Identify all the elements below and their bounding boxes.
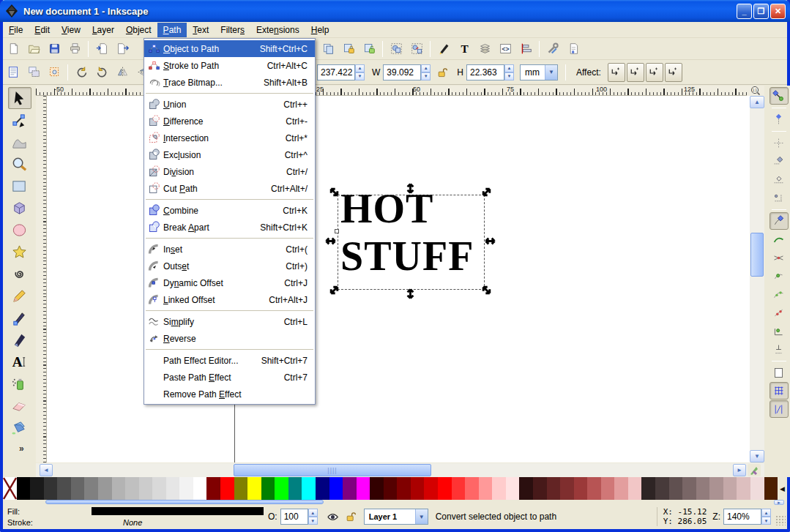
export-button[interactable] bbox=[113, 40, 132, 59]
tool-zoom[interactable] bbox=[8, 153, 31, 175]
preferences-button[interactable] bbox=[543, 40, 562, 59]
import-button[interactable] bbox=[92, 40, 111, 59]
swatch-800000[interactable] bbox=[397, 477, 411, 500]
swatch-000000[interactable] bbox=[17, 477, 31, 500]
menu-view[interactable]: View bbox=[56, 23, 86, 37]
snap-enable-button[interactable] bbox=[769, 87, 789, 105]
menu-item-outset[interactable]: OutsetCtrl+) bbox=[144, 258, 315, 274]
palette-scroll-right-button[interactable]: ► bbox=[774, 500, 784, 505]
snap-bbox-edge-midpoints-button[interactable] bbox=[769, 171, 789, 188]
vertical-ruler[interactable] bbox=[36, 96, 47, 462]
swatch-808000[interactable] bbox=[234, 477, 248, 500]
menu-item-exclusion[interactable]: ExclusionCtrl+^ bbox=[144, 146, 315, 163]
tool-star[interactable] bbox=[8, 241, 31, 263]
h-field[interactable]: 22.363 ▲▼ bbox=[466, 64, 514, 80]
swatch-ff00ff[interactable] bbox=[357, 477, 370, 500]
swatch-008080[interactable] bbox=[288, 477, 302, 500]
selection-handle-nw-arrow-icon[interactable] bbox=[328, 186, 340, 198]
swatch-b75454[interactable] bbox=[587, 477, 601, 500]
swatch-f2c6c6[interactable] bbox=[628, 477, 642, 500]
menu-item-difference[interactable]: DifferenceCtrl+- bbox=[144, 113, 315, 130]
menu-layer[interactable]: Layer bbox=[86, 23, 120, 37]
tool-spray[interactable] bbox=[8, 372, 31, 394]
swatch-473a3a[interactable] bbox=[655, 477, 669, 500]
selection-handle-e-arrow-icon[interactable] bbox=[484, 235, 496, 247]
zoom-spinner[interactable]: ▲▼ bbox=[761, 509, 771, 525]
unlink-clone-button[interactable] bbox=[359, 40, 379, 59]
swatch-927c7c[interactable] bbox=[696, 477, 710, 500]
unit-dropdown[interactable]: mm ▼ bbox=[520, 64, 558, 80]
menu-item-object-to-path[interactable]: Object to PathShift+Ctrl+C bbox=[144, 40, 315, 57]
zoom-field[interactable]: 140% ▲▼ bbox=[723, 509, 771, 525]
swatch-7f2e2e[interactable] bbox=[560, 477, 574, 500]
toolbox-overflow-chevron[interactable]: » bbox=[19, 443, 24, 454]
palette-scrollbar-thumb[interactable] bbox=[45, 500, 324, 504]
swatch-f2f2f2[interactable] bbox=[179, 477, 193, 500]
snap-grid-button[interactable] bbox=[769, 382, 789, 400]
swatch-ffe3e3[interactable] bbox=[506, 477, 520, 500]
titlebar[interactable]: New document 1 - Inkscape _ ❐ ✕ bbox=[0, 0, 790, 22]
menu-item-paste-path-effect[interactable]: Paste Path EffectCtrl+7 bbox=[144, 369, 315, 386]
lock-ratio-icon[interactable] bbox=[436, 67, 448, 78]
menu-item-dynamic-offset[interactable]: Dynamic OffsetCtrl+J bbox=[144, 274, 315, 291]
swatch-00ffff[interactable] bbox=[302, 477, 316, 500]
swatch-c4a8a8[interactable] bbox=[723, 477, 737, 500]
menu-extensions[interactable]: Extensions bbox=[250, 23, 305, 37]
swatch-d07777[interactable] bbox=[601, 477, 615, 500]
selection-handle-w-arrow-icon[interactable] bbox=[324, 235, 337, 247]
swatch-f0dcdc[interactable] bbox=[750, 477, 764, 500]
save-button[interactable] bbox=[45, 40, 64, 59]
menu-item-inset[interactable]: InsetCtrl+( bbox=[144, 241, 315, 258]
swatch-ffcccc[interactable] bbox=[492, 477, 506, 500]
swatch-008000[interactable] bbox=[261, 477, 275, 500]
tool-spiral[interactable] bbox=[8, 263, 31, 285]
menu-help[interactable]: Help bbox=[305, 23, 335, 37]
fill-stroke-dialog-button[interactable] bbox=[434, 40, 453, 59]
swatch-cccccc[interactable] bbox=[139, 477, 153, 500]
menu-text[interactable]: Text bbox=[187, 23, 215, 37]
swatch-632424[interactable] bbox=[547, 477, 561, 500]
affect-skew-button[interactable] bbox=[665, 63, 682, 82]
swatch-4d4d4d[interactable] bbox=[57, 477, 71, 500]
swatch-e39e9e[interactable] bbox=[614, 477, 628, 500]
swatch-666666[interactable] bbox=[71, 477, 85, 500]
snap-bbox-button[interactable] bbox=[769, 110, 789, 128]
swatch-999999[interactable] bbox=[98, 477, 112, 500]
layer-visibility-eye-icon[interactable] bbox=[327, 511, 339, 523]
menu-file[interactable]: File bbox=[3, 23, 29, 37]
snap-line-midpoints-button[interactable] bbox=[769, 304, 789, 321]
menu-item-linked-offset[interactable]: Linked OffsetCtrl+Alt+J bbox=[144, 291, 315, 308]
select-all-layers-button[interactable] bbox=[24, 63, 43, 82]
snap-guides-button[interactable] bbox=[769, 400, 789, 418]
text-anchor-node[interactable] bbox=[335, 229, 339, 233]
menu-item-reverse[interactable]: Reverse bbox=[144, 330, 315, 347]
text-dialog-button[interactable]: T bbox=[455, 40, 474, 59]
print-button[interactable] bbox=[65, 40, 84, 59]
tool-selector[interactable] bbox=[8, 87, 31, 109]
snap-bbox-edges-button[interactable] bbox=[769, 134, 789, 151]
swatch-800080[interactable] bbox=[343, 477, 357, 500]
menu-item-combine[interactable]: CombineCtrl+K bbox=[144, 202, 315, 219]
swatch-ab9292[interactable] bbox=[709, 477, 723, 500]
tool-ellipse[interactable] bbox=[8, 219, 31, 241]
layer-dropdown[interactable]: Layer 1 ▼ bbox=[364, 509, 428, 525]
affect-rotate-button[interactable] bbox=[646, 63, 663, 82]
stroke-value[interactable]: None bbox=[123, 518, 142, 527]
swatch-b3b3b3[interactable] bbox=[112, 477, 126, 500]
snap-bbox-corners-button[interactable] bbox=[769, 152, 789, 170]
restore-button[interactable]: ❐ bbox=[753, 4, 769, 19]
swatch-333333[interactable] bbox=[44, 477, 58, 500]
swatch-2e2424[interactable] bbox=[641, 477, 655, 500]
new-document-button[interactable] bbox=[4, 40, 23, 59]
menu-item-trace-bitmap[interactable]: Trace Bitmap...Shift+Alt+B bbox=[144, 74, 315, 91]
horizontal-scrollbar-thumb[interactable]: |||| bbox=[234, 464, 431, 476]
opacity-spinner[interactable]: ▲▼ bbox=[308, 509, 318, 525]
swatch-000080[interactable] bbox=[316, 477, 329, 500]
h-spinner[interactable]: ▲▼ bbox=[504, 64, 514, 80]
menu-filters[interactable]: Filters bbox=[215, 23, 250, 37]
opacity-field[interactable]: 100 ▲▼ bbox=[280, 509, 318, 525]
swatch-800000[interactable] bbox=[206, 477, 220, 500]
selection-handle-n-arrow-icon[interactable] bbox=[404, 182, 417, 195]
swatch-ffffff[interactable] bbox=[193, 477, 207, 500]
snap-nodes-button[interactable] bbox=[769, 212, 789, 230]
